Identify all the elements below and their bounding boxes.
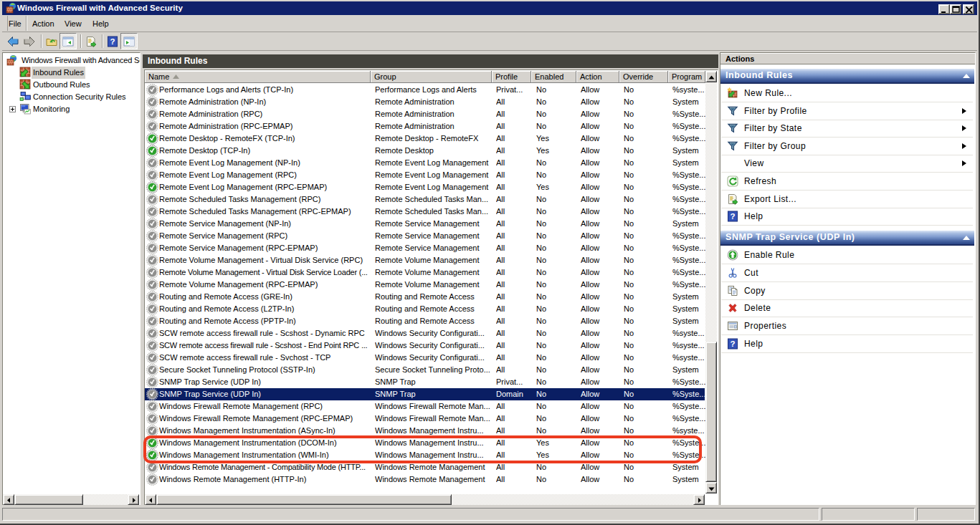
svg-text:?: ? bbox=[110, 37, 115, 46]
svg-text:?: ? bbox=[730, 212, 735, 221]
svg-text:?: ? bbox=[730, 339, 735, 348]
